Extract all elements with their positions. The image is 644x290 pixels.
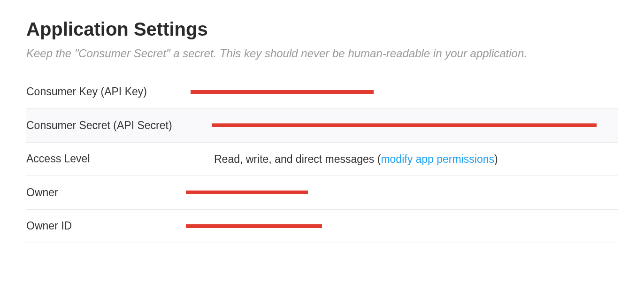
page-title: Application Settings	[26, 19, 618, 40]
row-consumer-key: Consumer Key (API Key)	[26, 76, 618, 109]
label-owner: Owner	[26, 186, 186, 199]
row-access-level: Access Level Read, write, and direct mes…	[26, 143, 618, 176]
row-owner: Owner	[26, 176, 618, 210]
label-owner-id: Owner ID	[26, 220, 186, 232]
value-owner-id	[186, 218, 618, 235]
label-consumer-key: Consumer Key (API Key)	[26, 85, 191, 98]
row-owner-id: Owner ID	[26, 210, 618, 244]
settings-table: Consumer Key (API Key) Consumer Secret (…	[26, 76, 618, 244]
redacted-owner	[186, 191, 308, 194]
value-consumer-key	[191, 84, 618, 100]
redacted-owner-id	[186, 224, 322, 228]
redacted-consumer-secret	[212, 123, 597, 127]
access-level-text-prefix: Read, write, and direct messages (	[214, 153, 381, 165]
label-access-level: Access Level	[26, 153, 214, 165]
modify-app-permissions-link[interactable]: modify app permissions	[381, 153, 494, 165]
access-level-text-suffix: )	[494, 153, 498, 165]
redacted-consumer-key	[191, 90, 374, 94]
value-consumer-secret	[212, 117, 618, 134]
value-owner	[186, 184, 618, 201]
label-consumer-secret: Consumer Secret (API Secret)	[26, 119, 212, 132]
value-access-level: Read, write, and direct messages (modify…	[214, 151, 618, 168]
page-subtitle: Keep the "Consumer Secret" a secret. Thi…	[26, 46, 618, 61]
row-consumer-secret: Consumer Secret (API Secret)	[26, 109, 618, 143]
